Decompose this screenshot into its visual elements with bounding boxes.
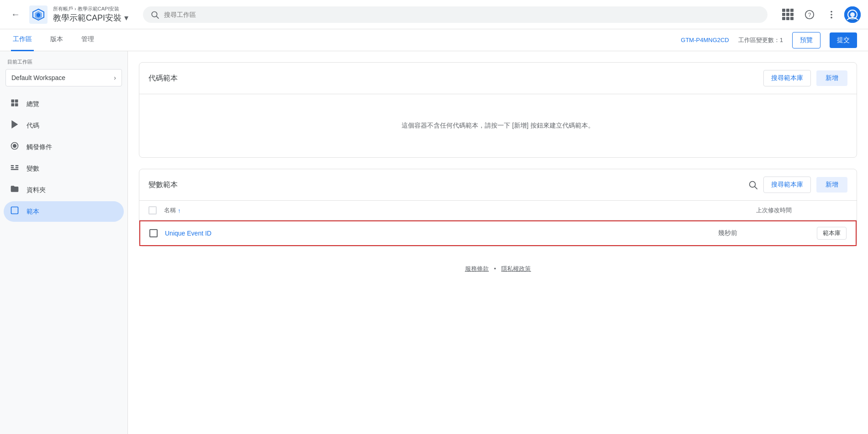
sidebar-item-label-template: 範本: [26, 208, 39, 216]
svg-rect-25: [11, 169, 19, 170]
sidebar: 目前工作區 Default Workspace › 總覽 代碼: [0, 51, 128, 434]
code-new-button[interactable]: 新增: [816, 70, 847, 86]
variable-search-lib-button[interactable]: 搜尋範本庫: [763, 177, 811, 193]
svg-point-13: [850, 12, 855, 17]
svg-line-5: [156, 16, 158, 18]
sidebar-item-variables[interactable]: 變數: [4, 158, 124, 179]
sub-nav: 工作區 版本 管理 GTM-P4MNG2CD 工作區變更數：1 預覽 提交: [0, 29, 868, 51]
variable-new-button[interactable]: 新增: [816, 177, 847, 193]
col-time-header: 上次修改時間: [756, 206, 847, 214]
code-template-title: 代碼範本: [148, 74, 178, 83]
code-template-empty: 這個容器不含任何代碼範本，請按一下 [新增] 按鈕來建立代碼範本。: [139, 94, 857, 157]
variable-template-actions: 搜尋範本庫 新增: [748, 177, 847, 193]
select-all-checkbox[interactable]: [148, 206, 157, 214]
avatar[interactable]: [844, 6, 861, 23]
svg-rect-21: [11, 165, 14, 166]
footer: 服務條款 • 隱私權政策: [139, 257, 857, 280]
nav-title-block: 所有帳戶 › 教學示範CAPI安裝 教學示範CAPI安裝 ▾: [53, 5, 128, 23]
privacy-link[interactable]: 隱私權政策: [501, 265, 531, 272]
svg-rect-15: [15, 100, 18, 103]
row-name-col: Unique Event ID: [165, 230, 711, 237]
svg-rect-16: [11, 103, 15, 107]
row-last-modified: 幾秒前: [718, 229, 810, 237]
svg-point-10: [831, 16, 832, 18]
svg-rect-22: [11, 167, 14, 168]
svg-point-20: [13, 145, 16, 148]
search-bar[interactable]: [143, 6, 767, 23]
search-input[interactable]: [164, 11, 760, 18]
workspace-name: Default Workspace: [11, 74, 65, 81]
svg-rect-14: [11, 100, 15, 103]
row-checkbox[interactable]: [149, 229, 158, 237]
tab-workspace[interactable]: 工作區: [11, 29, 34, 51]
app-logo: [29, 5, 48, 24]
sidebar-item-label-variables: 變數: [26, 165, 39, 173]
nav-icons: ?: [778, 5, 861, 24]
row-lib-tag-button[interactable]: 範本庫: [817, 227, 847, 240]
col-name-header: 名稱 ↑: [164, 206, 749, 214]
chevron-right-icon: ›: [114, 74, 116, 81]
tab-version[interactable]: 版本: [48, 29, 65, 51]
more-button[interactable]: [822, 5, 841, 24]
nav-breadcrumb: 所有帳戶 › 教學示範CAPI安裝: [53, 5, 128, 12]
svg-rect-23: [16, 165, 19, 166]
workspace-changes: 工作區變更數：1: [738, 36, 783, 44]
svg-rect-24: [16, 167, 19, 168]
code-template-header: 代碼範本 搜尋範本庫 新增: [139, 63, 857, 94]
variable-table-header: 名稱 ↑ 上次修改時間: [139, 201, 857, 220]
search-icon: [150, 10, 159, 19]
variable-template-header: 變數範本 搜尋範本庫 新增: [139, 169, 857, 201]
sidebar-nav: 總覽 代碼 觸發條件 變數: [0, 94, 127, 222]
tab-manage[interactable]: 管理: [79, 29, 96, 51]
svg-rect-26: [11, 207, 18, 214]
terms-link[interactable]: 服務條款: [465, 265, 489, 272]
svg-rect-17: [15, 103, 18, 107]
submit-button[interactable]: 提交: [830, 32, 857, 48]
back-button[interactable]: ←: [7, 5, 24, 23]
sidebar-section-label: 目前工作區: [0, 59, 127, 69]
table-row[interactable]: Unique Event ID 幾秒前 範本庫: [139, 220, 857, 246]
sidebar-item-label-trigger: 觸發條件: [26, 143, 52, 151]
help-icon: ?: [804, 10, 815, 20]
main-layout: 目前工作區 Default Workspace › 總覽 代碼: [0, 51, 868, 434]
sub-nav-right: GTM-P4MNG2CD 工作區變更數：1 預覽 提交: [681, 32, 857, 48]
gtm-id[interactable]: GTM-P4MNG2CD: [681, 37, 729, 43]
top-nav: ← 所有帳戶 › 教學示範CAPI安裝 教學示範CAPI安裝 ▾: [0, 0, 868, 29]
code-template-card: 代碼範本 搜尋範本庫 新增 這個容器不含任何代碼範本，請按一下 [新增] 按鈕來…: [139, 62, 857, 158]
sidebar-item-trigger[interactable]: 觸發條件: [4, 137, 124, 157]
trigger-icon: [9, 141, 20, 153]
svg-marker-18: [12, 121, 17, 128]
overview-icon: [9, 98, 20, 110]
avatar-icon: [844, 6, 861, 23]
variables-icon: [9, 163, 20, 174]
preview-button[interactable]: 預覽: [792, 32, 820, 48]
folder-icon: [9, 184, 20, 196]
nav-title: 教學示範CAPI安裝: [53, 12, 122, 23]
sidebar-item-label-folder: 資料夾: [26, 186, 46, 194]
variable-search-icon[interactable]: [748, 180, 758, 190]
code-search-lib-button[interactable]: 搜尋範本庫: [763, 70, 811, 86]
svg-text:?: ?: [808, 11, 811, 18]
sidebar-item-folder[interactable]: 資料夾: [4, 180, 124, 200]
template-icon: [9, 206, 20, 217]
sidebar-item-code[interactable]: 代碼: [4, 115, 124, 136]
code-template-actions: 搜尋範本庫 新增: [763, 70, 847, 86]
code-icon: [9, 120, 20, 131]
grid-button[interactable]: [778, 5, 797, 24]
sidebar-item-template[interactable]: 範本: [4, 201, 124, 222]
svg-point-8: [831, 11, 832, 12]
variable-template-card: 變數範本 搜尋範本庫 新增 名稱 ↑ 上次修改時間: [139, 169, 857, 246]
svg-line-28: [755, 187, 757, 189]
svg-point-9: [831, 14, 832, 16]
more-icon: [826, 10, 836, 20]
title-dropdown-icon[interactable]: ▾: [124, 13, 128, 23]
row-name-link[interactable]: Unique Event ID: [165, 230, 212, 237]
sidebar-item-label-overview: 總覽: [26, 100, 39, 108]
workspace-selector[interactable]: Default Workspace ›: [5, 69, 122, 86]
sidebar-item-overview[interactable]: 總覽: [4, 94, 124, 114]
apps-icon: [782, 9, 794, 20]
variable-template-title: 變數範本: [148, 180, 178, 190]
help-button[interactable]: ?: [800, 5, 819, 24]
content-area: 代碼範本 搜尋範本庫 新增 這個容器不含任何代碼範本，請按一下 [新增] 按鈕來…: [128, 51, 868, 434]
sidebar-item-label-code: 代碼: [26, 122, 39, 130]
